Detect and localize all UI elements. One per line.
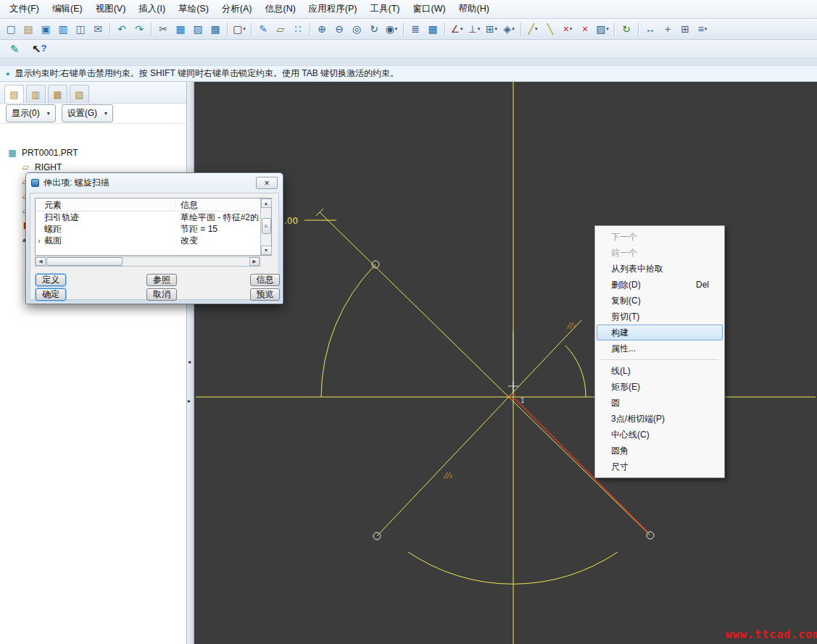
table-vertical-scrollbar[interactable]: ▲ ≡ ▼	[260, 198, 271, 255]
arc-left[interactable]	[321, 264, 376, 397]
table-horizontal-scrollbar[interactable]: ◀ ▶	[35, 256, 260, 267]
context-menu-item[interactable]: 中心线(C)	[597, 427, 723, 443]
redo-button[interactable]: ↷	[130, 21, 148, 38]
context-menu-item[interactable]: 3点/相切端(P)	[597, 411, 723, 427]
menu-help[interactable]: 帮助(H)	[452, 0, 496, 19]
scroll-left-icon[interactable]: ◀	[36, 257, 46, 266]
vertex-display-button[interactable]: ◈▾	[500, 21, 518, 38]
chevron-down-icon[interactable]: ▾	[395, 26, 398, 32]
trim-button[interactable]: ×	[576, 21, 594, 38]
zoom-in-button[interactable]: ⊕	[313, 21, 331, 38]
copy-button[interactable]: ▦	[172, 21, 189, 38]
fit-view-button[interactable]: ↔	[642, 21, 659, 38]
context-menu-item[interactable]: 圆	[597, 395, 723, 411]
settings-dropdown[interactable]: 设置(G) ▾	[62, 104, 113, 122]
scroll-right-icon[interactable]: ▶	[249, 257, 260, 266]
chevron-down-icon[interactable]: ▾	[478, 26, 481, 32]
grid-display-button[interactable]: ⊞▾	[483, 21, 500, 38]
email-button[interactable]: ✉	[89, 21, 107, 38]
saved-views-button[interactable]: ◉▾	[383, 21, 400, 38]
scroll-up-icon[interactable]: ▲	[261, 198, 272, 208]
close-button[interactable]: ×	[256, 177, 278, 189]
angle-dimension-arc[interactable]	[565, 346, 586, 397]
save-file-button[interactable]: ▣	[37, 21, 54, 38]
snap-options-button[interactable]: ≡▾	[694, 21, 711, 38]
menu-edit[interactable]: 编辑(E)	[46, 0, 89, 19]
cut-button[interactable]: ✂	[154, 21, 172, 38]
ok-button[interactable]: 确定	[36, 288, 66, 301]
dimension-display-button[interactable]: ∠▾	[448, 21, 465, 38]
scroll-down-icon[interactable]: ▼	[261, 246, 272, 255]
menu-applications[interactable]: 应用程序(P)	[302, 0, 364, 19]
undo-button[interactable]: ↶	[113, 21, 130, 38]
dialog-titlebar[interactable]: 伸出项: 螺旋扫描 ×	[28, 175, 281, 191]
paste-button[interactable]: ▨	[189, 21, 207, 38]
context-menu-item[interactable]: 尺寸	[597, 459, 723, 474]
context-menu-item[interactable]: 圆角	[597, 443, 723, 459]
menu-insert[interactable]: 插入(I)	[132, 0, 172, 19]
grid-snap-button[interactable]: ⊞	[676, 21, 694, 38]
diagonal-line-2[interactable]	[377, 320, 581, 536]
chevron-down-icon[interactable]: ▾	[243, 26, 246, 32]
dialog-element-row[interactable]: 螺距节距 = 15	[36, 223, 260, 235]
chevron-down-icon[interactable]: ▾	[512, 26, 515, 32]
paste-special-button[interactable]: ▩	[207, 21, 224, 38]
dialog-element-row[interactable]: ›截面改变	[36, 235, 260, 246]
favorites-tab[interactable]: ▦	[48, 85, 67, 103]
zoom-fit-button[interactable]: ◎	[348, 21, 365, 38]
sketcher-palette-button[interactable]: ✎	[6, 41, 23, 57]
context-menu-item[interactable]: 剪切(T)	[597, 309, 723, 325]
view-manager-button[interactable]: ▦	[424, 21, 441, 38]
zoom-window-button[interactable]: +	[659, 21, 676, 38]
regenerate-button[interactable]: ↻	[618, 21, 635, 38]
section-tool-button[interactable]: ▨▾	[594, 21, 611, 38]
pitch-dimension-text[interactable]: .00	[284, 216, 298, 226]
panel-splitter[interactable]: ◂ ▸	[187, 82, 194, 644]
menu-file[interactable]: 文件(F)	[3, 0, 46, 19]
menu-sketch[interactable]: 草绘(S)	[172, 0, 215, 19]
chevron-down-icon[interactable]: ▾	[606, 26, 609, 32]
history-tab[interactable]: ▧	[70, 85, 89, 103]
chevron-down-icon[interactable]: ▾	[535, 26, 538, 32]
print-preview-button[interactable]: ◫	[72, 21, 89, 38]
zoom-out-button[interactable]: ⊖	[331, 21, 348, 38]
parallel-constraint-2[interactable]: //₁	[443, 471, 452, 480]
context-menu-item[interactable]: 删除(D)Del	[597, 277, 723, 293]
menu-window[interactable]: 窗口(W)	[406, 0, 452, 19]
context-menu-item[interactable]: 矩形(E)	[597, 379, 723, 395]
context-menu-item[interactable]: 线(L)	[597, 363, 723, 379]
chevron-down-icon[interactable]: ▾	[570, 26, 573, 32]
layers-button[interactable]: ≣	[407, 21, 424, 38]
tree-item-prt0001-prt[interactable]: ▦PRT0001.PRT	[0, 146, 186, 160]
model-tree-tab[interactable]: ▤	[4, 85, 24, 103]
references-button[interactable]: 参照	[146, 274, 177, 286]
context-menu-item[interactable]: 属性...	[597, 340, 723, 356]
scrollbar-thumb[interactable]	[46, 257, 123, 266]
menu-view[interactable]: 视图(V)	[89, 0, 133, 19]
chevron-down-icon[interactable]: ▾	[460, 26, 463, 32]
constraint-display-button[interactable]: ⊥▾	[465, 21, 483, 38]
dialog-element-row[interactable]: 扫引轨迹草绘平面 - 特征#2的	[36, 212, 260, 223]
centerline-tool-button[interactable]: ╲	[542, 21, 559, 38]
parallel-constraint-1[interactable]: //₁	[566, 321, 576, 330]
collapse-left-icon[interactable]: ◂	[188, 359, 191, 365]
menu-tools[interactable]: 工具(T)	[364, 0, 407, 19]
sketch-view-button[interactable]: ✎	[254, 21, 272, 38]
delete-segment-button[interactable]: ×▾	[559, 21, 576, 38]
cancel-button[interactable]: 取消	[146, 288, 177, 301]
info-button[interactable]: 信息	[250, 274, 280, 286]
point-display-button[interactable]: ∷	[289, 21, 307, 38]
line-tool-button[interactable]: ╱▾	[524, 21, 542, 38]
repaint-button[interactable]: ↻	[365, 21, 383, 38]
chevron-down-icon[interactable]: ▾	[495, 26, 498, 32]
define-button[interactable]: 定义	[36, 274, 66, 286]
menu-info[interactable]: 信息(N)	[258, 0, 302, 19]
preview-button[interactable]: 预览	[250, 288, 280, 301]
select-box-button[interactable]: ▢▾	[231, 21, 248, 38]
expand-right-icon[interactable]: ▸	[188, 398, 191, 404]
new-file-button[interactable]: ▢	[2, 21, 20, 38]
folder-browser-tab[interactable]: ▥	[26, 85, 46, 103]
show-dropdown[interactable]: 显示(0) ▾	[6, 104, 56, 122]
context-menu-item[interactable]: 构建	[597, 325, 723, 340]
context-menu-item[interactable]: 复制(C)	[597, 293, 723, 309]
